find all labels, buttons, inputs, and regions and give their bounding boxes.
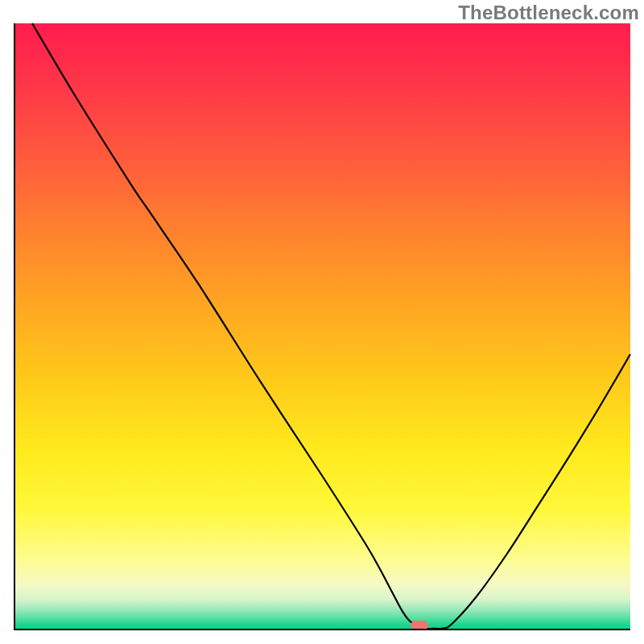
chart-frame: TheBottleneck.com <box>0 0 644 644</box>
watermark-text: TheBottleneck.com <box>458 2 639 24</box>
optimum-marker <box>411 621 428 630</box>
curve-layer <box>14 23 630 630</box>
bottleneck-curve <box>32 23 630 629</box>
